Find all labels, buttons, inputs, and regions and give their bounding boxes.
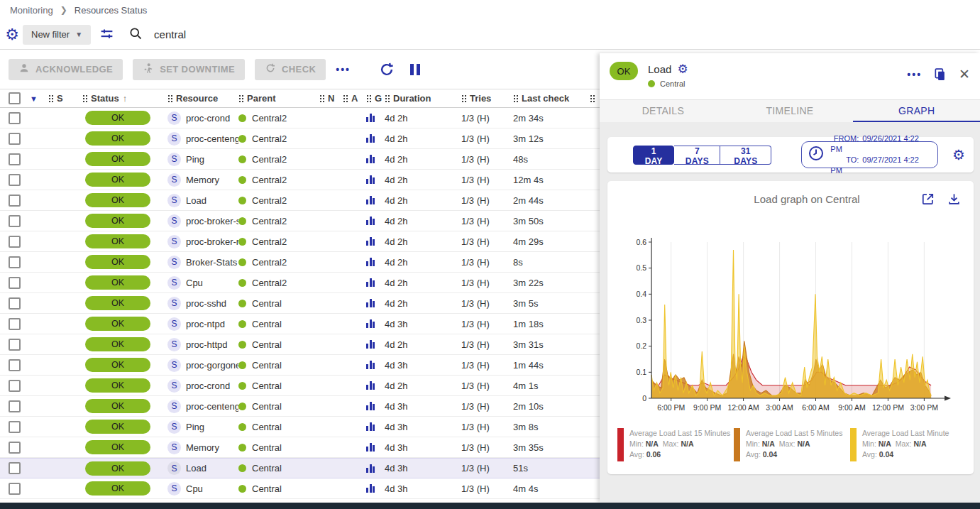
drag-handle-icon[interactable] (319, 94, 324, 102)
row-checkbox[interactable] (9, 462, 21, 474)
resource-cell[interactable]: SCpu (167, 276, 238, 290)
column-header-g[interactable]: G (366, 93, 385, 104)
resource-cell[interactable]: SCpu (167, 482, 238, 496)
tab-details[interactable]: DETAILS (600, 100, 727, 122)
table-row[interactable]: OKSproc-sshdCentral4d 2h1/3 (H)3m 5s (0, 293, 600, 314)
tab-graph[interactable]: GRAPH (853, 100, 980, 122)
parent-cell[interactable]: Central (238, 483, 319, 494)
check-button[interactable]: CHECK (255, 59, 326, 80)
table-row[interactable]: OKSPingCentral24d 2h1/3 (H)48s (0, 149, 600, 170)
row-checkbox[interactable] (9, 339, 21, 351)
resource-cell[interactable]: SMemory (167, 173, 238, 187)
parent-cell[interactable]: Central2 (238, 278, 319, 288)
parent-cell[interactable]: Central (238, 442, 319, 453)
table-row[interactable]: OKSproc-ntpdCentral4d 3h1/3 (H)1m 18s (0, 314, 600, 334)
graph-settings-gear-icon[interactable]: ⚙ (952, 146, 965, 163)
parent-cell[interactable]: Central (238, 401, 319, 412)
row-checkbox[interactable] (9, 421, 21, 433)
drag-handle-icon[interactable] (82, 94, 87, 102)
table-row[interactable]: OKSPingCentral4d 3h1/3 (H)3m 8s (0, 417, 600, 437)
row-checkbox[interactable] (9, 442, 21, 454)
bar-chart-icon[interactable] (366, 443, 385, 451)
parent-cell[interactable]: Central2 (238, 236, 319, 247)
bar-chart-icon[interactable] (366, 134, 385, 143)
table-row[interactable]: OKSproc-crondCentral4d 2h1/3 (H)4m 1s (0, 376, 600, 396)
resource-cell[interactable]: Sproc-centengine (167, 400, 238, 413)
settings-gear-icon[interactable]: ⚙ (1, 26, 23, 44)
column-header-n[interactable]: N (319, 93, 343, 104)
header-dropdown-caret-icon[interactable]: ▼ (30, 94, 48, 103)
resource-cell[interactable]: Sproc-broker-sql (167, 214, 238, 228)
range-1-day[interactable]: 1 DAY (633, 146, 674, 165)
filter-tune-icon[interactable] (99, 27, 114, 42)
table-row[interactable]: OKSproc-broker-sqlCentral24d 2h1/3 (H)3m… (0, 211, 600, 231)
bar-chart-icon[interactable] (366, 278, 385, 287)
column-header-duration[interactable]: Duration (385, 93, 461, 104)
resource-cell[interactable]: SBroker-Stats (167, 256, 238, 269)
search-input[interactable]: central (154, 28, 186, 40)
column-header-last-check[interactable]: Last check (513, 93, 590, 104)
table-row[interactable]: OKSLoadCentral4d 3h1/3 (H)51s (0, 458, 600, 478)
row-checkbox[interactable] (9, 256, 21, 268)
parent-cell[interactable]: Central2 (238, 154, 319, 165)
row-checkbox[interactable] (9, 174, 21, 186)
column-header-a[interactable]: A (343, 93, 366, 104)
parent-cell[interactable]: Central2 (238, 216, 319, 226)
range-7-days[interactable]: 7 DAYS (674, 146, 720, 165)
resource-cell[interactable]: SPing (167, 420, 238, 434)
range-31-days[interactable]: 31 DAYS (720, 146, 771, 165)
panel-gear-icon[interactable]: ⚙ (677, 62, 688, 77)
drag-handle-icon[interactable] (513, 94, 518, 102)
table-row[interactable]: OKSproc-centengineCentral4d 3h1/3 (H)2m … (0, 396, 600, 417)
resource-cell[interactable]: Sproc-broker-rrd (167, 235, 238, 248)
parent-cell[interactable]: Central (238, 381, 319, 391)
table-row[interactable]: OKSproc-crondCentral24d 2h1/3 (H)2m 34s (0, 108, 600, 128)
bar-chart-icon[interactable] (366, 237, 385, 246)
row-checkbox[interactable] (9, 215, 21, 227)
row-checkbox[interactable] (9, 133, 21, 145)
parent-cell[interactable]: Central (238, 463, 319, 474)
table-row[interactable]: OKSMemoryCentral4d 3h1/3 (H)3m 35s (0, 437, 600, 458)
resource-cell[interactable]: Sproc-crond (167, 379, 238, 393)
drag-handle-icon[interactable] (461, 94, 466, 102)
breadcrumb-resources-status[interactable]: Resources Status (75, 5, 148, 16)
parent-cell[interactable]: Central2 (238, 195, 319, 206)
row-checkbox[interactable] (9, 318, 21, 330)
bottom-scrollbar-strip[interactable] (0, 503, 980, 509)
bar-chart-icon[interactable] (366, 299, 385, 307)
bar-chart-icon[interactable] (366, 464, 385, 473)
bar-chart-icon[interactable] (366, 319, 385, 328)
copy-link-icon[interactable] (933, 67, 947, 82)
row-checkbox[interactable] (9, 400, 21, 412)
row-checkbox[interactable] (9, 236, 21, 248)
refresh-icon[interactable] (379, 62, 395, 77)
parent-cell[interactable]: Central2 (238, 113, 319, 124)
breadcrumb-monitoring[interactable]: Monitoring (10, 5, 53, 16)
table-row[interactable]: OKSCpuCentral4d 3h1/3 (H)4m 4s (0, 478, 600, 499)
column-header-s[interactable]: S (48, 93, 82, 104)
resource-cell[interactable]: Sproc-sshd (167, 297, 238, 310)
parent-cell[interactable]: Central (238, 339, 319, 350)
tab-timeline[interactable]: TIMELINE (727, 100, 854, 122)
drag-handle-icon[interactable] (48, 94, 53, 102)
download-icon[interactable] (947, 192, 961, 206)
pause-icon[interactable] (410, 64, 420, 75)
load-chart[interactable]: 00.10.20.30.40.50.66:00 PM9:00 PM12:00 A… (622, 225, 959, 427)
table-row[interactable]: OKSproc-httpdCentral4d 2h1/3 (H)3m 31s (0, 334, 600, 355)
table-row[interactable]: OKSproc-broker-rrdCentral24d 2h1/3 (H)4m… (0, 231, 600, 252)
drag-handle-icon[interactable] (238, 94, 243, 102)
resource-cell[interactable]: Sproc-ntpd (167, 317, 238, 331)
parent-cell[interactable]: Central (238, 298, 319, 309)
new-filter-button[interactable]: New filter ▼ (23, 25, 91, 45)
panel-more-button[interactable]: ••• (907, 69, 922, 80)
resource-cell[interactable]: SLoad (167, 461, 238, 475)
resource-cell[interactable]: SMemory (167, 441, 238, 454)
row-checkbox[interactable] (9, 277, 21, 289)
resource-cell[interactable]: SPing (167, 153, 238, 166)
acknowledge-button[interactable]: ACKNOWLEDGE (9, 59, 123, 80)
row-checkbox[interactable] (9, 483, 21, 495)
row-checkbox[interactable] (9, 153, 21, 165)
select-all-checkbox[interactable] (9, 92, 21, 104)
bar-chart-icon[interactable] (366, 196, 385, 204)
table-row[interactable]: OKSproc-centengineCentral24d 2h1/3 (H)3m… (0, 128, 600, 149)
